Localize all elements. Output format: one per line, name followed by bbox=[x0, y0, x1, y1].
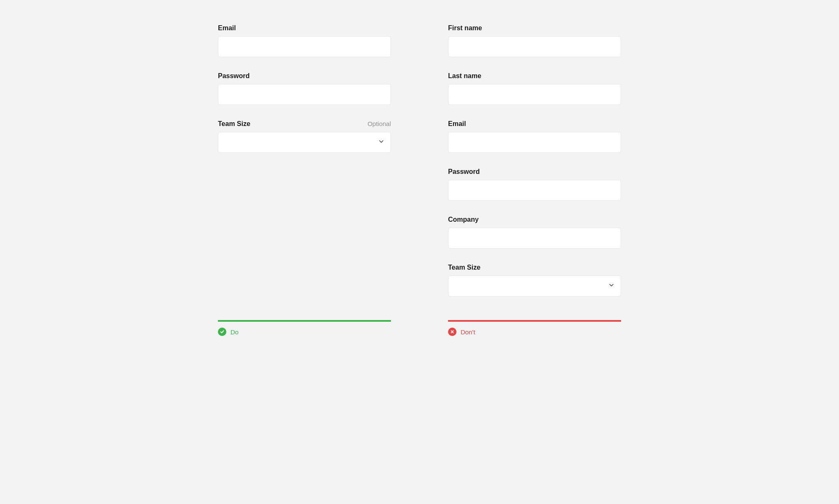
password-field-group: Password bbox=[448, 168, 621, 201]
password-input[interactable] bbox=[218, 84, 391, 105]
team-size-select-wrapper bbox=[218, 132, 391, 153]
dont-divider bbox=[448, 320, 621, 322]
do-divider bbox=[218, 320, 391, 322]
last-name-label: Last name bbox=[448, 72, 481, 80]
team-size-select-wrapper bbox=[448, 276, 621, 297]
optional-label: Optional bbox=[367, 120, 391, 127]
password-label: Password bbox=[448, 168, 480, 176]
do-caption-row: Do bbox=[218, 328, 391, 336]
first-name-input[interactable] bbox=[448, 36, 621, 57]
label-row: Team Size Optional bbox=[218, 120, 391, 128]
company-input[interactable] bbox=[448, 228, 621, 249]
first-name-field-group: First name bbox=[448, 24, 621, 57]
password-field-group: Password bbox=[218, 72, 391, 105]
last-name-input[interactable] bbox=[448, 84, 621, 105]
first-name-label: First name bbox=[448, 24, 482, 32]
dont-form: First name Last name Email Password bbox=[448, 24, 621, 312]
label-row: First name bbox=[448, 24, 621, 32]
label-row: Email bbox=[218, 24, 391, 32]
label-row: Email bbox=[448, 120, 621, 128]
team-size-label: Team Size bbox=[448, 264, 480, 271]
team-size-field-group: Team Size bbox=[448, 264, 621, 297]
company-label: Company bbox=[448, 216, 479, 223]
dont-column: First name Last name Email Password bbox=[448, 24, 621, 336]
team-size-select[interactable] bbox=[448, 276, 621, 297]
check-circle-icon bbox=[218, 328, 226, 336]
team-size-label: Team Size bbox=[218, 120, 250, 128]
do-caption: Do bbox=[231, 328, 239, 336]
email-field-group: Email bbox=[448, 120, 621, 153]
email-input[interactable] bbox=[448, 132, 621, 153]
email-label: Email bbox=[218, 24, 236, 32]
dont-footer: Don't bbox=[448, 320, 621, 336]
x-circle-icon bbox=[448, 328, 456, 336]
label-row: Last name bbox=[448, 72, 621, 80]
team-size-field-group: Team Size Optional bbox=[218, 120, 391, 153]
label-row: Company bbox=[448, 216, 621, 223]
email-field-group: Email bbox=[218, 24, 391, 57]
comparison-container: Email Password Team Size Optional bbox=[218, 24, 621, 336]
label-row: Password bbox=[448, 168, 621, 176]
company-field-group: Company bbox=[448, 216, 621, 249]
label-row: Team Size bbox=[448, 264, 621, 271]
dont-caption-row: Don't bbox=[448, 328, 621, 336]
last-name-field-group: Last name bbox=[448, 72, 621, 105]
label-row: Password bbox=[218, 72, 391, 80]
do-footer: Do bbox=[218, 320, 391, 336]
password-input[interactable] bbox=[448, 180, 621, 201]
email-input[interactable] bbox=[218, 36, 391, 57]
dont-caption: Don't bbox=[461, 328, 475, 336]
email-label: Email bbox=[448, 120, 466, 128]
do-column: Email Password Team Size Optional bbox=[218, 24, 391, 336]
do-form: Email Password Team Size Optional bbox=[218, 24, 391, 312]
team-size-select[interactable] bbox=[218, 132, 391, 153]
password-label: Password bbox=[218, 72, 250, 80]
